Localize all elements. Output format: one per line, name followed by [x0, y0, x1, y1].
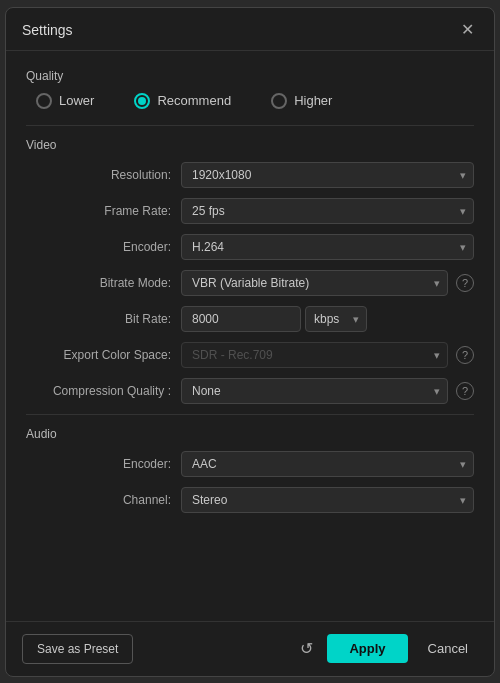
audio-channel-select-wrapper: Stereo Mono 5.1 ▾ [181, 487, 474, 513]
quality-option-lower[interactable]: Lower [36, 93, 94, 109]
export-color-space-select-wrapper: SDR - Rec.709 ▾ [181, 342, 448, 368]
quality-option-recommend[interactable]: Recommend [134, 93, 231, 109]
resolution-select-wrapper: 1920x1080 1280x720 3840x2160 ▾ [181, 162, 474, 188]
quality-lower-label: Lower [59, 93, 94, 108]
bitrate-mode-select-wrapper: VBR (Variable Bitrate) CBR (Constant Bit… [181, 270, 448, 296]
export-color-space-help-icon[interactable]: ? [456, 346, 474, 364]
bit-rate-label: Bit Rate: [26, 312, 181, 326]
compression-quality-select-wrapper: None Low Medium High ▾ [181, 378, 448, 404]
video-section-label: Video [26, 138, 474, 152]
export-color-space-row: Export Color Space: SDR - Rec.709 ▾ ? [26, 342, 474, 368]
close-button[interactable]: ✕ [457, 20, 478, 40]
quality-higher-label: Higher [294, 93, 332, 108]
radio-lower [36, 93, 52, 109]
divider-quality-video [26, 125, 474, 126]
settings-content: Quality Lower Recommend Higher Video Res… [6, 51, 494, 621]
export-color-space-label: Export Color Space: [26, 348, 181, 362]
frame-rate-select-wrapper: 25 fps 30 fps 60 fps 24 fps ▾ [181, 198, 474, 224]
radio-higher [271, 93, 287, 109]
quality-section-label: Quality [26, 69, 474, 83]
radio-recommend [134, 93, 150, 109]
resolution-row: Resolution: 1920x1080 1280x720 3840x2160… [26, 162, 474, 188]
resolution-label: Resolution: [26, 168, 181, 182]
settings-dialog: Settings ✕ Quality Lower Recommend Highe… [5, 7, 495, 677]
audio-encoder-label: Encoder: [26, 457, 181, 471]
bitrate-mode-help-icon[interactable]: ? [456, 274, 474, 292]
bit-rate-row: Bit Rate: kbps Mbps ▾ [26, 306, 474, 332]
audio-channel-label: Channel: [26, 493, 181, 507]
audio-encoder-row: Encoder: AAC MP3 PCM ▾ [26, 451, 474, 477]
bitrate-mode-label: Bitrate Mode: [26, 276, 181, 290]
reset-button[interactable]: ↺ [296, 635, 317, 662]
quality-options-row: Lower Recommend Higher [26, 93, 474, 109]
quality-option-higher[interactable]: Higher [271, 93, 332, 109]
title-bar: Settings ✕ [6, 8, 494, 51]
divider-video-audio [26, 414, 474, 415]
bitrate-unit-select[interactable]: kbps Mbps [305, 306, 367, 332]
bitrate-unit-wrapper: kbps Mbps ▾ [305, 306, 367, 332]
frame-rate-label: Frame Rate: [26, 204, 181, 218]
encoder-label: Encoder: [26, 240, 181, 254]
encoder-select[interactable]: H.264 H.265 ProRes [181, 234, 474, 260]
audio-encoder-select-wrapper: AAC MP3 PCM ▾ [181, 451, 474, 477]
compression-quality-help-icon[interactable]: ? [456, 382, 474, 400]
bitrate-mode-select[interactable]: VBR (Variable Bitrate) CBR (Constant Bit… [181, 270, 448, 296]
save-preset-button[interactable]: Save as Preset [22, 634, 133, 664]
encoder-select-wrapper: H.264 H.265 ProRes ▾ [181, 234, 474, 260]
dialog-title: Settings [22, 22, 73, 38]
frame-rate-row: Frame Rate: 25 fps 30 fps 60 fps 24 fps … [26, 198, 474, 224]
apply-button[interactable]: Apply [327, 634, 407, 663]
compression-quality-row: Compression Quality : None Low Medium Hi… [26, 378, 474, 404]
encoder-row: Encoder: H.264 H.265 ProRes ▾ [26, 234, 474, 260]
audio-channel-select[interactable]: Stereo Mono 5.1 [181, 487, 474, 513]
audio-section-label: Audio [26, 427, 474, 441]
frame-rate-select[interactable]: 25 fps 30 fps 60 fps 24 fps [181, 198, 474, 224]
compression-quality-select[interactable]: None Low Medium High [181, 378, 448, 404]
bit-rate-input[interactable] [181, 306, 301, 332]
export-color-space-select[interactable]: SDR - Rec.709 [181, 342, 448, 368]
audio-channel-row: Channel: Stereo Mono 5.1 ▾ [26, 487, 474, 513]
quality-recommend-label: Recommend [157, 93, 231, 108]
compression-quality-label: Compression Quality : [26, 384, 181, 398]
bitrate-mode-row: Bitrate Mode: VBR (Variable Bitrate) CBR… [26, 270, 474, 296]
resolution-select[interactable]: 1920x1080 1280x720 3840x2160 [181, 162, 474, 188]
dialog-footer: Save as Preset ↺ Apply Cancel [6, 621, 494, 676]
footer-right: ↺ Apply Cancel [296, 634, 478, 663]
audio-encoder-select[interactable]: AAC MP3 PCM [181, 451, 474, 477]
cancel-button[interactable]: Cancel [418, 634, 478, 663]
